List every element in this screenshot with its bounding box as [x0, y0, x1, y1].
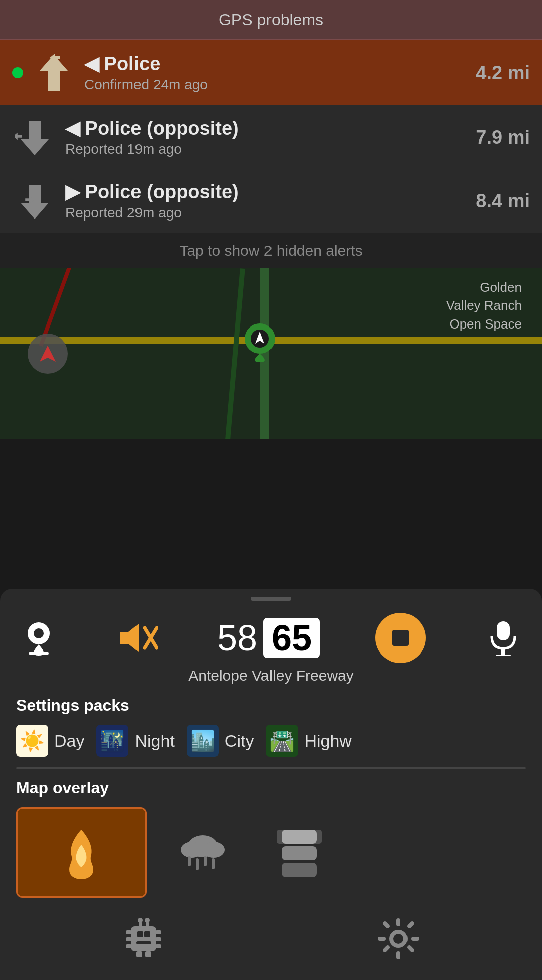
- svg-rect-25: [204, 856, 207, 866]
- svg-rect-34: [126, 937, 132, 941]
- panel-drag-handle[interactable]: [251, 597, 291, 601]
- svg-rect-23: [188, 856, 191, 866]
- speed-display: 58 65: [217, 617, 320, 659]
- overlay-traffic[interactable]: [259, 822, 339, 883]
- alert-distance-3: 8.4 mi: [476, 190, 530, 212]
- overlay-traffic-icon: [259, 822, 339, 883]
- alert-arrow-down-left-1: [12, 115, 57, 160]
- stop-navigation-button[interactable]: [375, 613, 426, 663]
- alert-subtitle-3: Reported 29m ago: [65, 205, 468, 221]
- overlay-weather-icon: [163, 822, 243, 883]
- svg-point-43: [138, 918, 143, 923]
- svg-rect-29: [282, 846, 317, 860]
- svg-rect-39: [144, 931, 150, 937]
- svg-rect-17: [497, 621, 510, 640]
- svg-point-21: [181, 842, 203, 858]
- alert-distance: 4.2 mi: [476, 62, 530, 84]
- overlay-fire[interactable]: [16, 807, 147, 898]
- svg-rect-28: [277, 830, 322, 844]
- alert-direction-icon: ◀: [84, 53, 104, 74]
- speed-limit: 65: [263, 618, 320, 658]
- svg-point-47: [391, 932, 405, 946]
- pack-night-icon: 🌃: [96, 725, 128, 757]
- alert-subtitle: Confirmed 24m ago: [84, 77, 468, 93]
- pack-highway[interactable]: 🛣️ Highw: [266, 725, 351, 757]
- alert-text-3: ▶ Police (opposite) Reported 29m ago: [65, 181, 468, 221]
- svg-marker-13: [120, 624, 139, 652]
- waze-location-pin: [242, 319, 278, 362]
- alert-confirmed-police[interactable]: ◀ Police Confirmed 24m ago 4.2 mi: [0, 40, 542, 105]
- pack-day[interactable]: ☀️ Day: [16, 725, 84, 757]
- svg-rect-55: [382, 945, 391, 953]
- svg-rect-30: [282, 863, 317, 877]
- svg-rect-52: [382, 921, 391, 929]
- road-name: Antelope Valley Freeway: [16, 667, 526, 684]
- hidden-alerts-banner[interactable]: Tap to show 2 hidden alerts: [0, 233, 542, 268]
- mute-button[interactable]: [116, 615, 162, 661]
- current-speed: 58: [217, 617, 257, 659]
- pack-highway-icon: 🛣️: [266, 725, 298, 757]
- svg-marker-3: [15, 133, 22, 140]
- svg-marker-2: [21, 121, 49, 155]
- pack-city-icon: 🏙️: [187, 725, 219, 757]
- location-button[interactable]: [16, 615, 61, 661]
- pack-night[interactable]: 🌃 Night: [96, 725, 174, 757]
- microphone-button[interactable]: [481, 615, 526, 661]
- svg-rect-51: [411, 937, 419, 941]
- alert-police-opposite-2[interactable]: ▶ Police (opposite) Reported 29m ago 8.4…: [0, 169, 542, 233]
- pack-night-label: Night: [134, 731, 174, 751]
- alert-title-3: ▶ Police (opposite): [65, 181, 468, 203]
- settings-packs-title: Settings packs: [16, 696, 526, 715]
- alert-group-other: ◀ Police (opposite) Reported 19m ago 7.9…: [0, 105, 542, 233]
- alert-arrow-up-left: [31, 50, 76, 95]
- svg-rect-50: [378, 937, 386, 941]
- svg-rect-24: [196, 858, 199, 870]
- pack-city[interactable]: 🏙️ City: [187, 725, 254, 757]
- settings-button[interactable]: [373, 914, 424, 964]
- pack-city-label: City: [225, 731, 254, 751]
- alert-police-opposite-1[interactable]: ◀ Police (opposite) Reported 19m ago 7.9…: [0, 105, 542, 169]
- svg-rect-32: [126, 930, 132, 934]
- alert-distance-2: 7.9 mi: [476, 127, 530, 148]
- bottom-action-buttons: [16, 914, 526, 964]
- svg-rect-36: [126, 944, 132, 948]
- svg-rect-54: [406, 921, 415, 929]
- svg-point-11: [34, 628, 44, 638]
- svg-marker-4: [21, 185, 49, 219]
- gps-bar: GPS problems: [0, 0, 542, 40]
- svg-rect-49: [396, 951, 400, 959]
- bottom-panel: 58 65 Antelope Valley Freeway Settings p…: [0, 589, 542, 980]
- svg-rect-53: [406, 945, 415, 953]
- svg-rect-31: [131, 926, 156, 951]
- svg-rect-35: [155, 937, 161, 941]
- confirmed-dot: [12, 67, 23, 78]
- svg-marker-6: [40, 346, 56, 362]
- pack-highway-label: Highw: [304, 731, 351, 751]
- svg-rect-38: [137, 931, 143, 937]
- svg-point-22: [203, 842, 225, 858]
- speed-row: 58 65: [16, 613, 526, 663]
- map-area-label: Golden Valley Ranch Open Space: [446, 278, 522, 333]
- bug-report-button[interactable]: [118, 914, 169, 964]
- map-view[interactable]: Golden Valley Ranch Open Space: [0, 268, 542, 439]
- alert-title: ◀ Police: [84, 53, 468, 75]
- map-overlay-title: Map overlay: [16, 779, 526, 797]
- overlay-weather[interactable]: [163, 822, 243, 883]
- overlay-items-row: [16, 807, 526, 898]
- svg-rect-19: [496, 655, 511, 656]
- alert-text-2: ◀ Police (opposite) Reported 19m ago: [65, 117, 468, 157]
- alert-text-police-confirmed: ◀ Police Confirmed 24m ago: [84, 53, 468, 93]
- map-recenter-button[interactable]: [28, 334, 68, 374]
- pack-day-label: Day: [54, 731, 84, 751]
- svg-rect-12: [29, 652, 49, 655]
- svg-rect-26: [212, 858, 215, 869]
- svg-rect-37: [155, 944, 161, 948]
- section-divider: [16, 767, 526, 769]
- svg-rect-16: [392, 630, 409, 646]
- pack-day-icon: ☀️: [16, 725, 48, 757]
- svg-rect-48: [396, 918, 400, 926]
- svg-rect-45: [136, 951, 142, 957]
- alert-arrow-down-right-2: [12, 178, 57, 224]
- alert-title-2: ◀ Police (opposite): [65, 117, 468, 139]
- alert-subtitle-2: Reported 19m ago: [65, 141, 468, 157]
